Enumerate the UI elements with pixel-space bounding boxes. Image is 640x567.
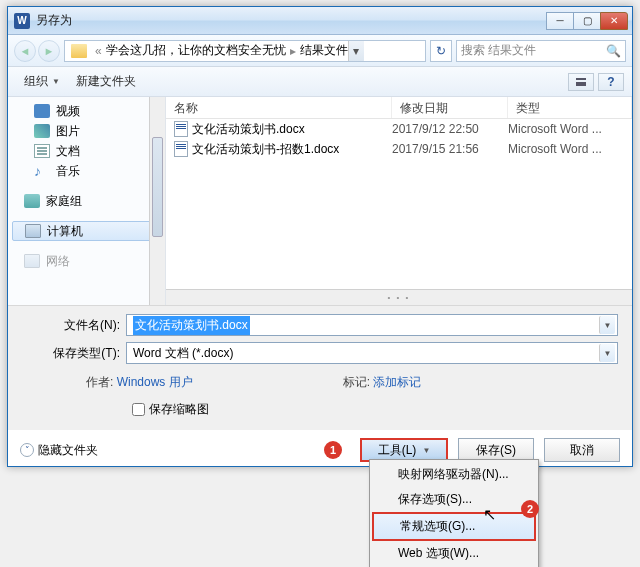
- annotation-badge-1: 1: [324, 441, 342, 459]
- column-headers[interactable]: 名称 修改日期 类型: [166, 97, 632, 119]
- menu-item-map-drive[interactable]: 映射网络驱动器(N)...: [372, 462, 536, 487]
- cancel-button[interactable]: 取消: [544, 438, 620, 462]
- sidebar-item-doc[interactable]: 文档: [8, 141, 165, 161]
- hide-folders-toggle[interactable]: ˅ 隐藏文件夹: [20, 442, 98, 459]
- chevron-right-icon: ▸: [286, 44, 300, 58]
- sidebar-item-computer[interactable]: 计算机: [12, 221, 161, 241]
- sidebar-item-homegroup[interactable]: 家庭组: [8, 191, 165, 211]
- annotation-badge-2: 2: [521, 500, 539, 518]
- close-button[interactable]: ✕: [600, 12, 628, 30]
- toolbar: 组织▼ 新建文件夹 ?: [8, 67, 632, 97]
- network-icon: [24, 254, 40, 268]
- computer-icon: [25, 224, 41, 238]
- minimize-button[interactable]: ─: [546, 12, 574, 30]
- homegroup-icon: [24, 194, 40, 208]
- search-input[interactable]: 搜索 结果文件 🔍: [456, 40, 626, 62]
- menu-item-web-options[interactable]: Web 选项(W)...: [372, 541, 536, 566]
- doc-icon: [34, 144, 50, 158]
- tag-value[interactable]: 添加标记: [373, 375, 421, 389]
- search-icon: 🔍: [606, 44, 621, 58]
- breadcrumb-segment[interactable]: 学会这几招，让你的文档安全无忧: [106, 42, 286, 59]
- word-icon: W: [14, 13, 30, 29]
- file-row[interactable]: 文化活动策划书-招数1.docx 2017/9/15 21:56 Microso…: [166, 139, 632, 159]
- filetype-label: 保存类型(T):: [22, 345, 126, 362]
- author-label: 作者:: [86, 375, 113, 389]
- nav-row: ◄ ► « 学会这几招，让你的文档安全无忧 ▸ 结果文件 ▾ ↻ 搜索 结果文件…: [8, 35, 632, 67]
- titlebar[interactable]: W 另存为 ─ ▢ ✕: [8, 7, 632, 35]
- filename-label: 文件名(N):: [22, 317, 126, 334]
- folder-icon: [71, 44, 87, 58]
- thumbnail-label: 保存缩略图: [149, 401, 209, 418]
- forward-button[interactable]: ►: [38, 40, 60, 62]
- form-area: 文件名(N): 文化活动策划书.docx ▼ 保存类型(T): Word 文档 …: [8, 305, 632, 430]
- filename-input[interactable]: 文化活动策划书.docx ▼: [126, 314, 618, 336]
- col-type[interactable]: 类型: [508, 97, 632, 118]
- refresh-button[interactable]: ↻: [430, 40, 452, 62]
- col-date[interactable]: 修改日期: [392, 97, 508, 118]
- search-placeholder: 搜索 结果文件: [461, 42, 536, 59]
- sidebar-scrollbar[interactable]: [149, 97, 165, 305]
- chevron-down-icon[interactable]: ▼: [599, 344, 615, 362]
- tag-label: 标记:: [343, 375, 370, 389]
- chevron-down-icon[interactable]: ▼: [599, 316, 615, 334]
- thumbnail-checkbox[interactable]: [132, 403, 145, 416]
- sidebar-item-picture[interactable]: 图片: [8, 121, 165, 141]
- col-name[interactable]: 名称: [166, 97, 392, 118]
- breadcrumb-dropdown[interactable]: ▾: [348, 41, 364, 61]
- file-row[interactable]: 文化活动策划书.docx 2017/9/12 22:50 Microsoft W…: [166, 119, 632, 139]
- author-value[interactable]: Windows 用户: [117, 375, 193, 389]
- window-title: 另存为: [36, 12, 547, 29]
- docx-icon: [174, 141, 188, 157]
- docx-icon: [174, 121, 188, 137]
- sidebar-item-network[interactable]: 网络: [8, 251, 165, 271]
- breadcrumb-segment[interactable]: 结果文件: [300, 42, 348, 59]
- chevron-right-icon: «: [91, 44, 106, 58]
- sidebar: 视频 图片 文档 ♪音乐 家庭组 计算机 网络: [8, 97, 166, 305]
- file-h-scrollbar[interactable]: • • •: [166, 289, 632, 305]
- menu-item-general-options[interactable]: 常规选项(G)...: [372, 512, 536, 541]
- filetype-value: Word 文档 (*.docx): [133, 345, 233, 362]
- expand-icon: ˅: [20, 443, 34, 457]
- organize-menu[interactable]: 组织▼: [16, 71, 68, 92]
- help-button[interactable]: ?: [598, 73, 624, 91]
- view-button[interactable]: [568, 73, 594, 91]
- music-icon: ♪: [34, 164, 50, 178]
- breadcrumb[interactable]: « 学会这几招，让你的文档安全无忧 ▸ 结果文件 ▾: [64, 40, 426, 62]
- back-button[interactable]: ◄: [14, 40, 36, 62]
- save-as-dialog: W 另存为 ─ ▢ ✕ ◄ ► « 学会这几招，让你的文档安全无忧 ▸ 结果文件…: [7, 6, 633, 467]
- cursor-icon: ↖: [483, 505, 496, 524]
- filename-value: 文化活动策划书.docx: [133, 316, 250, 335]
- filetype-select[interactable]: Word 文档 (*.docx) ▼: [126, 342, 618, 364]
- picture-icon: [34, 124, 50, 138]
- tools-dropdown-menu: 映射网络驱动器(N)... 保存选项(S)... 常规选项(G)... Web …: [369, 459, 539, 567]
- sidebar-item-music[interactable]: ♪音乐: [8, 161, 165, 181]
- video-icon: [34, 104, 50, 118]
- maximize-button[interactable]: ▢: [573, 12, 601, 30]
- file-list: 名称 修改日期 类型 文化活动策划书.docx 2017/9/12 22:50 …: [166, 97, 632, 305]
- sidebar-item-video[interactable]: 视频: [8, 101, 165, 121]
- menu-item-save-options[interactable]: 保存选项(S)...: [372, 487, 536, 512]
- new-folder-button[interactable]: 新建文件夹: [68, 71, 144, 92]
